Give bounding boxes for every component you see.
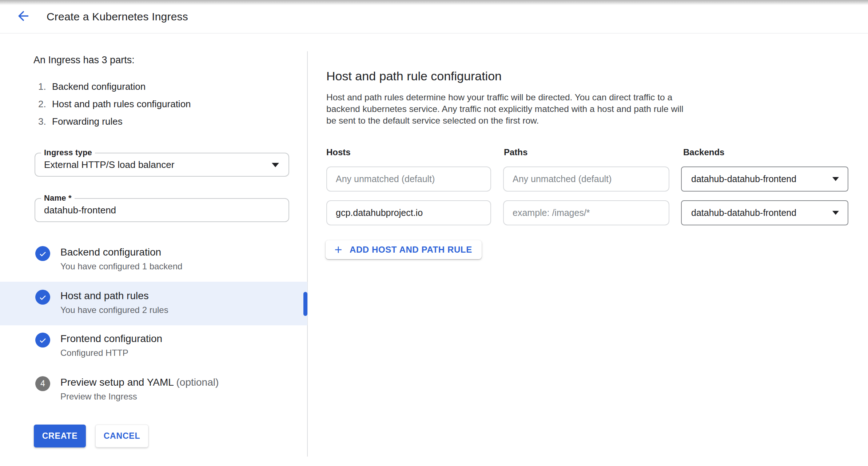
ingress-type-label: Ingress type xyxy=(41,148,95,157)
left-panel: An Ingress has 3 parts: 1. Backend confi… xyxy=(0,33,307,466)
step-frontend-configuration[interactable]: Frontend configuration Configured HTTP xyxy=(0,327,307,367)
check-icon xyxy=(35,246,50,261)
step-subtitle: Preview the Ingress xyxy=(60,391,307,402)
back-button[interactable] xyxy=(15,9,31,25)
caret-down-icon xyxy=(272,163,279,167)
rule-row-2-host-cell xyxy=(326,200,491,225)
rule-row-2-path-cell xyxy=(503,200,669,225)
host-path-rule-panel: Host and path rule configuration Host an… xyxy=(307,33,868,466)
backend-select-value: datahub-datahub-frontend xyxy=(691,208,796,218)
list-item-label: Host and path rules configuration xyxy=(52,95,191,113)
column-header-hosts: Hosts xyxy=(326,147,351,157)
step-title: Preview setup and YAML (optional) xyxy=(60,376,307,389)
ingress-parts-list: 1. Backend configuration 2. Host and pat… xyxy=(38,78,191,130)
step-host-and-path-rules[interactable]: Host and path rules You have configured … xyxy=(0,282,307,325)
rule-row-1-host-cell xyxy=(326,166,491,192)
create-ingress-page: Create a Kubernetes Ingress An Ingress h… xyxy=(0,0,868,466)
list-item: 2. Host and path rules configuration xyxy=(38,95,191,113)
caret-down-icon xyxy=(832,177,839,181)
section-heading: Host and path rule configuration xyxy=(326,69,502,83)
add-rule-label: ADD HOST AND PATH RULE xyxy=(350,245,472,255)
rule-row-2-backend-cell: datahub-datahub-frontend xyxy=(681,200,848,225)
step-backend-configuration[interactable]: Backend configuration You have configure… xyxy=(0,241,307,281)
host-input[interactable] xyxy=(326,200,491,225)
backend-select[interactable]: datahub-datahub-frontend xyxy=(681,200,848,225)
list-item-number: 2. xyxy=(38,95,52,113)
list-item-number: 3. xyxy=(38,113,52,130)
step-subtitle: You have configured 1 backend xyxy=(60,261,307,272)
column-header-backends: Backends xyxy=(683,147,724,157)
path-input[interactable] xyxy=(503,166,669,192)
list-item-label: Forwarding rules xyxy=(52,113,123,130)
ingress-type-select[interactable]: Ingress type External HTTP/S load balanc… xyxy=(35,153,289,177)
intro-text: An Ingress has 3 parts: xyxy=(33,55,135,66)
step-preview-setup-yaml[interactable]: 4 Preview setup and YAML (optional) Prev… xyxy=(0,371,307,411)
scrollbar-thumb[interactable] xyxy=(303,292,307,316)
cancel-button[interactable]: CANCEL xyxy=(95,425,148,447)
step-title-text: Preview setup and YAML xyxy=(60,377,174,388)
step-subtitle: You have configured 2 rules xyxy=(60,305,307,316)
path-input[interactable] xyxy=(503,200,669,225)
rule-row-1-backend-cell: datahub-datahub-frontend xyxy=(681,166,848,192)
step-title: Host and path rules xyxy=(60,290,307,302)
step-title: Frontend configuration xyxy=(60,333,307,345)
list-item-number: 1. xyxy=(38,78,52,95)
list-item: 1. Backend configuration xyxy=(38,78,191,95)
check-icon xyxy=(35,290,50,305)
check-icon xyxy=(35,333,50,348)
list-item-label: Backend configuration xyxy=(52,78,146,95)
name-field: Name * xyxy=(35,198,289,222)
backend-select[interactable]: datahub-datahub-frontend xyxy=(681,166,848,192)
add-host-path-rule-button[interactable]: ADD HOST AND PATH RULE xyxy=(326,240,482,259)
name-field-label: Name * xyxy=(41,193,75,203)
step-subtitle: Configured HTTP xyxy=(60,348,307,358)
caret-down-icon xyxy=(832,211,839,215)
column-header-paths: Paths xyxy=(504,147,527,157)
step-title: Backend configuration xyxy=(60,246,307,258)
form-actions: CREATE CANCEL xyxy=(34,425,148,447)
section-description: Host and path rules determine how your t… xyxy=(326,92,692,126)
rule-row-1-path-cell xyxy=(503,166,669,192)
plus-icon xyxy=(333,244,344,255)
backend-select-value: datahub-datahub-frontend xyxy=(691,174,796,184)
top-shadow xyxy=(0,0,868,5)
step-title-optional: (optional) xyxy=(176,377,219,388)
list-item: 3. Forwarding rules xyxy=(38,113,191,130)
step-number-badge: 4 xyxy=(35,376,50,391)
arrow-left-icon xyxy=(16,8,31,25)
host-input[interactable] xyxy=(326,166,491,192)
create-button[interactable]: CREATE xyxy=(34,425,86,447)
